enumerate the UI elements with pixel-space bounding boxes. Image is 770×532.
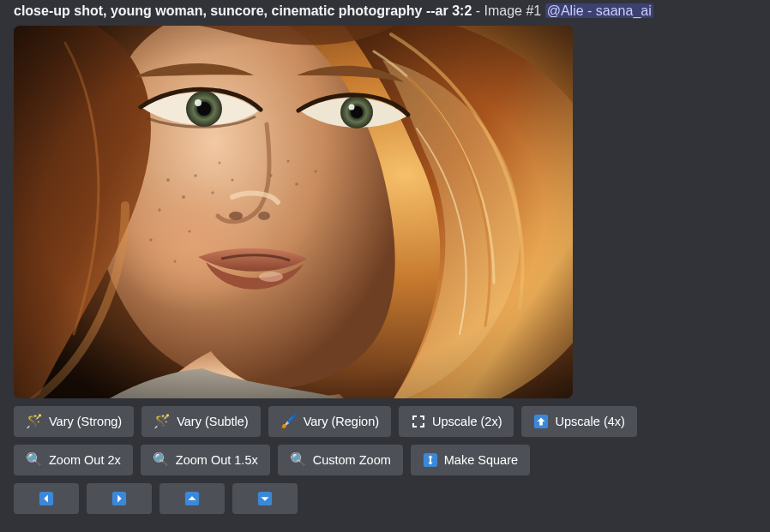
pan-left-button[interactable] [14, 483, 79, 514]
expand-icon [411, 414, 426, 429]
make-square-button[interactable]: Make Square [411, 445, 530, 475]
zoom-out-2x-button[interactable]: 🔍 Zoom Out 2x [14, 445, 133, 475]
vary-subtle-button[interactable]: 🪄 Vary (Subtle) [141, 406, 261, 437]
action-row-1: 🪄 Vary (Strong) 🪄 Vary (Subtle) 🖌️ Vary … [14, 406, 756, 437]
arrow-down-icon [257, 491, 273, 506]
arrow-up-icon [184, 491, 200, 506]
action-row-2: 🔍 Zoom Out 2x 🔍 Zoom Out 1.5x 🔍 Custom Z… [14, 445, 756, 475]
generated-image[interactable] [14, 26, 573, 398]
brush-icon: 🖌️ [280, 415, 298, 428]
vary-strong-button[interactable]: 🪄 Vary (Strong) [14, 406, 134, 437]
pan-right-button[interactable] [87, 483, 152, 514]
wand-icon: 🪄 [26, 415, 43, 428]
wand-icon: 🪄 [153, 415, 171, 428]
action-row-3 [14, 483, 756, 514]
svg-rect-26 [14, 26, 573, 398]
message-header: close-up shot, young woman, suncore, cin… [14, 0, 756, 21]
custom-zoom-button[interactable]: 🔍 Custom Zoom [278, 445, 403, 475]
zoom-out-1-5x-button[interactable]: 🔍 Zoom Out 1.5x [141, 445, 270, 475]
button-label: Upscale (4x) [555, 415, 624, 428]
magnifier-icon: 🔍 [26, 453, 43, 467]
arrow-right-icon [111, 491, 127, 506]
user-mention[interactable]: @Alie - saana_ai [545, 3, 653, 18]
magnifier-icon: 🔍 [153, 453, 170, 467]
button-label: Make Square [444, 453, 518, 467]
button-label: Vary (Subtle) [177, 415, 249, 428]
vary-region-button[interactable]: 🖌️ Vary (Region) [268, 406, 391, 437]
resize-icon [423, 452, 438, 468]
arrow-left-icon [39, 491, 54, 506]
image-number: - Image #1 [472, 3, 544, 18]
upscale-4x-button[interactable]: Upscale (4x) [521, 406, 636, 437]
magnifier-icon: 🔍 [290, 453, 307, 467]
pan-down-button[interactable] [232, 483, 298, 514]
button-label: Custom Zoom [313, 453, 391, 467]
button-label: Zoom Out 2x [49, 453, 121, 467]
button-label: Vary (Strong) [49, 415, 122, 428]
button-label: Upscale (2x) [432, 415, 502, 428]
pan-up-button[interactable] [159, 483, 225, 514]
prompt-text: close-up shot, young woman, suncore, cin… [14, 3, 472, 18]
button-label: Vary (Region) [304, 415, 379, 428]
up-arrow-icon [533, 414, 549, 429]
button-label: Zoom Out 1.5x [176, 453, 258, 467]
upscale-2x-button[interactable]: Upscale (2x) [399, 406, 514, 437]
